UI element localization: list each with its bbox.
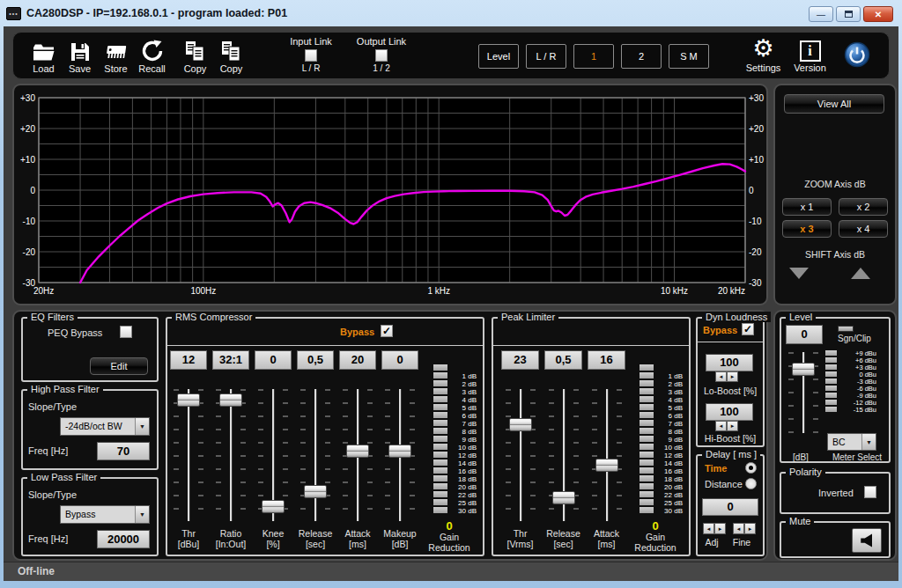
file-buttons: Load Save Store Recall [26, 36, 249, 74]
level-meter [825, 350, 837, 414]
zoom-axis-button-x4[interactable]: x 4 [839, 220, 888, 238]
rms-bypass-checkbox[interactable]: ✓ [381, 325, 393, 337]
rms-makeup-slider[interactable] [385, 386, 415, 525]
rms-ratio-slider[interactable] [216, 386, 246, 525]
channel-button-1[interactable]: Level [478, 44, 519, 69]
limiter-release-slider[interactable] [549, 386, 579, 525]
zoom-axis-button-x3[interactable]: x 3 [782, 220, 832, 238]
inverted-label: Inverted [818, 488, 854, 498]
rms-ratio-slider-thumb[interactable] [219, 393, 242, 407]
shift-up-button[interactable] [851, 268, 870, 279]
dyn-bypass-checkbox[interactable]: ✓ [742, 323, 754, 335]
meter-scale-label: 22 dB [656, 491, 683, 499]
level-value[interactable]: 0 [786, 325, 823, 344]
lpf-slope-select[interactable]: Bypass▼ [60, 505, 150, 524]
meter-segment [640, 412, 654, 418]
lo-boost-value[interactable]: 100 [706, 354, 753, 371]
rms-thr-value[interactable]: 12 [170, 350, 207, 370]
limiter-thr-slider-thumb[interactable] [509, 418, 532, 431]
delay-fine-up-button[interactable]: ▸ [744, 523, 756, 534]
copy-input-button[interactable]: Copy [177, 36, 213, 74]
eq-edit-button[interactable]: Edit [90, 357, 148, 375]
limiter-attack-slider[interactable] [592, 386, 622, 525]
rms-attack-value[interactable]: 20 [339, 350, 376, 370]
save-button[interactable]: Save [62, 36, 98, 74]
rms-release-slider-thumb[interactable] [304, 485, 327, 498]
meter-scale-label: 4 dB [450, 396, 477, 404]
channel-button-3[interactable]: 1 [573, 44, 614, 69]
hpf-freq-value[interactable]: 70 [97, 442, 150, 460]
meter-scale-label: 30 dB [450, 507, 477, 515]
meter-segment [433, 364, 447, 371]
delay-distance-radio[interactable] [745, 478, 757, 489]
delay-adj-down-button[interactable]: ◂ [703, 523, 714, 534]
meter-select-dropdown[interactable]: BC▼ [827, 433, 876, 451]
peq-bypass-checkbox[interactable] [120, 326, 132, 338]
memory-chip-icon [103, 36, 129, 62]
polarity-title: Polarity [786, 467, 825, 477]
delay-value[interactable]: 0 [702, 498, 758, 516]
meter-scale-label: 9 dB [656, 436, 683, 444]
rms-knee-slider[interactable] [258, 386, 288, 525]
hi-boost-value[interactable]: 100 [706, 403, 753, 421]
hpf-slope-select[interactable]: -24dB/oct BW▼ [60, 417, 150, 436]
input-link-group: Input Link L / R [283, 36, 339, 73]
level-slider-thumb[interactable] [792, 363, 815, 376]
maximize-button[interactable] [836, 6, 861, 22]
rms-attack-slider-thumb[interactable] [346, 445, 369, 458]
shift-down-button[interactable] [789, 268, 809, 279]
limiter-release-slider-thumb[interactable] [552, 491, 575, 504]
delay-time-radio[interactable] [745, 462, 757, 474]
meter-segment [640, 467, 654, 474]
mute-button[interactable] [852, 528, 882, 553]
power-button[interactable] [839, 40, 875, 69]
rms-makeup-slider-thumb[interactable] [388, 445, 411, 458]
meter-scale-label: 12 dB [450, 452, 477, 459]
lo-boost-down-button[interactable]: ◂ [715, 371, 727, 382]
limiter-attack-value[interactable]: 16 [588, 350, 625, 370]
polarity-group: Polarity Inverted [780, 472, 891, 514]
rms-release-value[interactable]: 0,5 [297, 350, 334, 370]
rms-release-slider[interactable] [300, 386, 330, 525]
delay-adj-up-button[interactable]: ▸ [714, 523, 726, 534]
rms-knee-slider-thumb[interactable] [262, 500, 285, 513]
close-button[interactable]: ✕ [863, 6, 893, 22]
inverted-checkbox[interactable] [864, 486, 876, 498]
power-icon [843, 40, 871, 69]
meter-scale-label: 10 dB [656, 444, 683, 452]
view-all-button[interactable]: View All [784, 94, 884, 114]
channel-button-5[interactable]: S M [669, 44, 709, 69]
rms-knee-value[interactable]: 0 [255, 350, 292, 370]
hi-boost-down-button[interactable]: ◂ [715, 421, 727, 431]
hi-boost-up-button[interactable]: ▸ [727, 421, 738, 431]
rms-makeup-value[interactable]: 0 [381, 350, 418, 370]
limiter-release-value[interactable]: 0,5 [544, 350, 582, 370]
rms-thr-slider-thumb[interactable] [177, 393, 200, 407]
delay-fine-down-button[interactable]: ◂ [733, 523, 744, 534]
input-link-checkbox[interactable] [305, 49, 317, 62]
limiter-attack-slider-thumb[interactable] [595, 459, 618, 472]
copy-output-button[interactable]: Copy [213, 36, 249, 74]
zoom-axis-button-x2[interactable]: x 2 [839, 198, 888, 216]
settings-button[interactable]: ⚙ Settings [745, 35, 781, 73]
rms-ratio-value[interactable]: 32:1 [212, 350, 249, 370]
sgn-clip-indicator [838, 326, 854, 332]
channel-button-4[interactable]: 2 [621, 44, 662, 69]
minimize-button[interactable]: — [809, 6, 833, 22]
load-button[interactable]: Load [26, 36, 62, 74]
rms-thr-slider[interactable] [174, 386, 203, 525]
output-link-checkbox[interactable] [375, 49, 388, 62]
level-slider[interactable] [788, 349, 818, 437]
store-button[interactable]: Store [98, 36, 134, 74]
zoom-axis-button-x1[interactable]: x 1 [782, 198, 832, 216]
gear-icon: ⚙ [752, 35, 773, 62]
rms-attack-slider[interactable] [343, 386, 373, 525]
recall-button[interactable]: Recall [134, 36, 170, 74]
limiter-thr-value[interactable]: 23 [501, 350, 539, 370]
lo-boost-up-button[interactable]: ▸ [727, 371, 738, 382]
version-button[interactable]: i Version [792, 35, 828, 73]
lpf-freq-value[interactable]: 20000 [97, 530, 150, 548]
limiter-thr-slider[interactable] [506, 386, 536, 525]
meter-scale-label: 20 dB [450, 483, 477, 491]
channel-button-2[interactable]: L / R [526, 44, 566, 69]
